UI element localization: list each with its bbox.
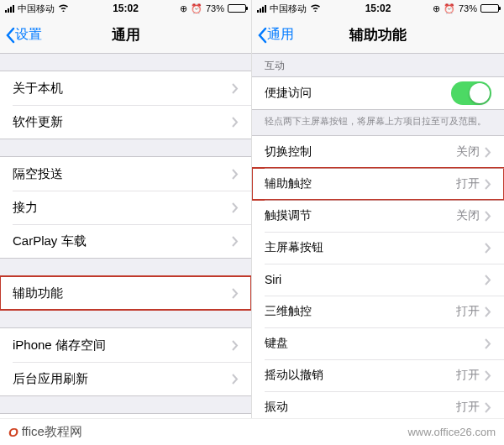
back-button[interactable]: 设置 [0, 26, 42, 44]
wifi-icon [58, 3, 69, 13]
battery-icon [480, 4, 499, 13]
status-bar: 中国移动 15:02 ⊕ ⏰ 73% [0, 0, 251, 17]
cell-carplay[interactable]: CarPlay 车载 [0, 224, 251, 258]
chevron-right-icon [485, 402, 491, 413]
reachability-note: 轻点两下主屏幕按钮，将屏幕上方项目拉至可及范围。 [252, 110, 504, 135]
status-time: 15:02 [113, 3, 139, 14]
cell-reachability[interactable]: 便捷访问 [252, 77, 504, 109]
chevron-left-icon [5, 27, 15, 44]
battery-pct: 73% [206, 3, 224, 13]
cell-siri[interactable]: Siri [252, 264, 504, 296]
battery-pct: 73% [459, 3, 477, 13]
battery-icon [228, 4, 246, 13]
watermark-logo: Office教程网 [8, 424, 82, 440]
chevron-right-icon [485, 306, 491, 317]
chevron-left-icon [257, 27, 267, 44]
phone-right-accessibility: 中国移动 15:02 ⊕ ⏰ 73% 通用 辅助功能 互动 [252, 0, 504, 418]
alarm-clock-icon: ⏰ [191, 3, 202, 14]
cell-handoff[interactable]: 接力 [0, 191, 251, 224]
chevron-right-icon [232, 340, 239, 351]
back-button[interactable]: 通用 [252, 26, 294, 44]
wifi-icon [310, 3, 321, 13]
carrier-label: 中国移动 [18, 3, 55, 15]
cell-vibration[interactable]: 振动 打开 [252, 391, 504, 418]
cell-about[interactable]: 关于本机 [0, 71, 251, 105]
page-title: 辅助功能 [349, 25, 407, 44]
alarm-clock-icon: ⏰ [444, 3, 455, 14]
cell-switch-control[interactable]: 切换控制 关闭 [252, 136, 504, 168]
cell-touch-accommodations[interactable]: 触摸调节 关闭 [252, 200, 504, 232]
chevron-right-icon [485, 211, 491, 222]
alarm-icon: ⊕ [433, 3, 440, 14]
chevron-right-icon [485, 275, 491, 285]
chevron-right-icon [232, 288, 239, 299]
cell-restrictions[interactable]: 访问限制 关闭 [0, 414, 251, 418]
alarm-icon: ⊕ [180, 3, 187, 14]
cell-assistive-touch[interactable]: 辅助触控 打开 [252, 168, 504, 200]
cell-3d-touch[interactable]: 三维触控 打开 [252, 296, 504, 327]
toggle-on[interactable] [451, 81, 491, 105]
page-title: 通用 [112, 25, 140, 44]
carrier-label: 中国移动 [270, 3, 307, 15]
status-bar: 中国移动 15:02 ⊕ ⏰ 73% [252, 0, 504, 17]
cell-accessibility[interactable]: 辅助功能 [0, 276, 251, 310]
chevron-right-icon [485, 147, 491, 158]
cell-shake-undo[interactable]: 摇动以撤销 打开 [252, 359, 504, 391]
watermark-url: www.office26.com [407, 426, 496, 438]
signal-icon [5, 5, 14, 13]
chevron-right-icon [232, 374, 239, 385]
nav-bar: 通用 辅助功能 [252, 17, 504, 54]
cell-keyboard[interactable]: 键盘 [252, 327, 504, 359]
cell-background-refresh[interactable]: 后台应用刷新 [0, 362, 251, 395]
cell-airdrop[interactable]: 隔空投送 [0, 157, 251, 191]
nav-bar: 设置 通用 [0, 17, 251, 54]
back-label: 设置 [15, 26, 42, 44]
watermark-bar: Office教程网 www.office26.com [0, 418, 504, 445]
section-header-interact: 互动 [252, 54, 504, 76]
chevron-right-icon [485, 243, 491, 254]
cell-software-update[interactable]: 软件更新 [0, 105, 251, 139]
chevron-right-icon [485, 370, 491, 381]
chevron-right-icon [232, 169, 239, 180]
back-label: 通用 [267, 26, 294, 44]
cell-home-button[interactable]: 主屏幕按钮 [252, 232, 504, 264]
chevron-right-icon [232, 202, 239, 213]
chevron-right-icon [485, 179, 491, 190]
phone-left-general: 中国移动 15:02 ⊕ ⏰ 73% 设置 通用 关于本 [0, 0, 252, 418]
chevron-right-icon [485, 338, 491, 349]
chevron-right-icon [232, 236, 239, 247]
signal-icon [257, 5, 266, 13]
chevron-right-icon [232, 117, 239, 128]
chevron-right-icon [232, 83, 239, 94]
status-time: 15:02 [365, 3, 391, 14]
cell-iphone-storage[interactable]: iPhone 储存空间 [0, 328, 251, 362]
